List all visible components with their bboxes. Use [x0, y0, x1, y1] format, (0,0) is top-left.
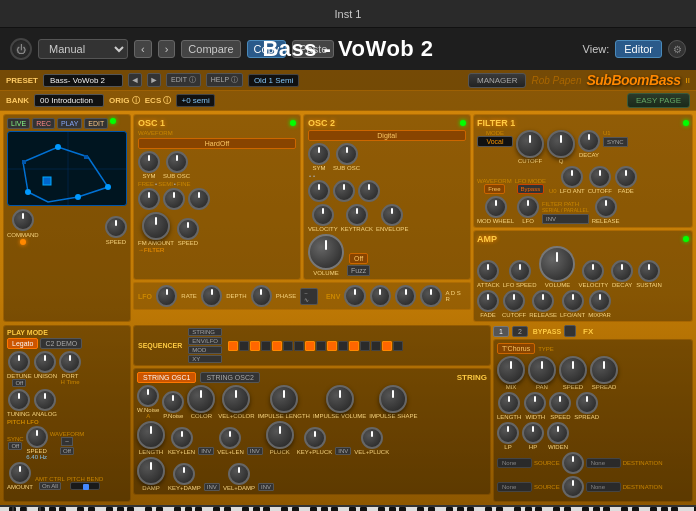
fx-tchorus-btn[interactable]: T'Chorus — [497, 343, 535, 354]
osc2-free-knob[interactable] — [308, 180, 330, 202]
filter-q-knob[interactable] — [547, 130, 575, 158]
str-length-knob[interactable] — [137, 421, 165, 449]
impulse-shape-knob[interactable] — [379, 385, 407, 413]
prev-button[interactable]: ‹ — [134, 40, 152, 58]
inv4-btn[interactable]: INV — [204, 483, 220, 491]
seq-xy-btn[interactable]: XY — [188, 355, 222, 363]
inv5-btn[interactable]: INV — [258, 483, 274, 491]
rec-tab[interactable]: REC — [32, 118, 55, 129]
amp-mixpar-knob[interactable] — [589, 290, 611, 312]
manual-dropdown[interactable]: Manual — [38, 39, 128, 59]
fx-tab-1[interactable]: 1 — [493, 326, 509, 337]
osc2-vol-knob[interactable] — [308, 234, 344, 270]
lfo-phase-knob[interactable] — [251, 285, 272, 307]
lfo-depth-knob[interactable] — [201, 285, 222, 307]
fx-amount1-knob[interactable] — [562, 452, 584, 474]
string-osc1-tab[interactable]: STRING OSC1 — [137, 372, 196, 383]
step-8[interactable] — [305, 341, 315, 351]
command-knob[interactable] — [12, 209, 34, 231]
filter-release-knob[interactable] — [595, 196, 617, 218]
step-5[interactable] — [272, 341, 282, 351]
step-16[interactable] — [393, 341, 403, 351]
env-release-knob[interactable] — [420, 285, 441, 307]
xy-pad[interactable] — [7, 131, 127, 206]
port-knob[interactable] — [59, 351, 81, 373]
onall-btn[interactable]: On All — [39, 482, 61, 490]
fx-source2[interactable]: None — [497, 482, 532, 492]
filter-wave-btn[interactable]: Free — [484, 184, 504, 194]
key-pluck-knob[interactable] — [304, 427, 326, 449]
help-button[interactable]: HELP ⓘ — [206, 73, 243, 87]
off-btn[interactable]: Off — [12, 379, 26, 387]
amp-release-knob[interactable] — [532, 290, 554, 312]
osc1-waveform-value[interactable]: HardOff — [138, 138, 296, 149]
osc2-vel-knob[interactable] — [312, 204, 334, 226]
env-sustain-knob[interactable] — [395, 285, 416, 307]
preset-prev-button[interactable]: ◄ — [128, 73, 142, 87]
fx-spread2-knob[interactable] — [576, 392, 598, 414]
key-len-knob[interactable] — [171, 427, 193, 449]
amount-knob[interactable] — [9, 462, 31, 484]
inv2-btn[interactable]: INV — [247, 447, 263, 455]
fx-dest2[interactable]: None — [586, 482, 621, 492]
step-1[interactable] — [228, 341, 238, 351]
pitchbend-slider[interactable] — [70, 482, 100, 490]
next-button[interactable]: › — [158, 40, 176, 58]
wn-noise-knob[interactable] — [137, 385, 159, 407]
filter-lfoant-knob[interactable] — [561, 166, 583, 188]
vel-pluck-knob[interactable] — [361, 427, 383, 449]
pitchbend-thumb[interactable] — [83, 484, 89, 490]
step-4[interactable] — [261, 341, 271, 351]
osc1-filter-label[interactable]: →FILTER — [138, 247, 296, 253]
fx-speed-knob[interactable] — [559, 356, 587, 384]
bypass-checkbox[interactable] — [564, 325, 576, 337]
filter-fade-knob[interactable] — [615, 166, 637, 188]
fx-lp-knob[interactable] — [497, 422, 519, 444]
fx-length-knob[interactable] — [498, 392, 520, 414]
power-button[interactable]: ⏻ — [10, 38, 32, 60]
inv1-btn[interactable]: INV — [198, 447, 214, 455]
step-11[interactable] — [338, 341, 348, 351]
settings-icon[interactable]: ⚙ — [668, 40, 686, 58]
compare-button[interactable]: Compare — [181, 40, 240, 58]
plfo-sync-btn[interactable]: Off — [8, 442, 22, 450]
amp-vol-knob[interactable] — [539, 246, 575, 282]
key-damp-knob[interactable] — [173, 463, 195, 485]
filter-cutoff2-knob[interactable] — [589, 166, 611, 188]
piano-keyboard[interactable] — [0, 505, 696, 511]
seq-envlfo-btn[interactable]: ENV/LFO — [188, 337, 222, 345]
osc1-sym-knob[interactable] — [138, 151, 160, 173]
fx-width-knob[interactable] — [524, 392, 546, 414]
step-9[interactable] — [316, 341, 326, 351]
fx-pan-knob[interactable] — [528, 356, 556, 384]
step-14[interactable] — [371, 341, 381, 351]
detune-knob[interactable] — [8, 351, 30, 373]
analog-knob[interactable] — [34, 389, 56, 411]
osc2-phase-btn[interactable]: Off — [349, 253, 368, 264]
fx-speed2-knob[interactable] — [549, 392, 571, 414]
lfo-waveform-btn[interactable]: ~ ∿ — [300, 288, 318, 305]
speed-knob-xy[interactable] — [105, 216, 127, 238]
vel-damp-knob[interactable] — [228, 463, 250, 485]
filter-modwheel-knob[interactable] — [485, 196, 507, 218]
step-2[interactable] — [239, 341, 249, 351]
inv3-btn[interactable]: INV — [335, 447, 351, 455]
velcolor-knob[interactable] — [222, 385, 250, 413]
step-15[interactable] — [382, 341, 392, 351]
impulse-len-knob[interactable] — [270, 385, 298, 413]
edit-button[interactable]: EDIT ⓘ — [166, 73, 201, 87]
plfo-wave-btn[interactable]: ~ — [61, 437, 73, 446]
edit-tab[interactable]: EDIT — [84, 118, 108, 129]
osc2-fine-knob[interactable] — [358, 180, 380, 202]
amp-decay-knob[interactable] — [611, 260, 633, 282]
amp-lfospeed-knob[interactable] — [509, 260, 531, 282]
pluck-knob[interactable] — [266, 421, 294, 449]
filter-decay-knob[interactable] — [578, 130, 600, 152]
osc2-subosc-knob[interactable] — [336, 143, 358, 165]
osc2-key-knob[interactable] — [346, 204, 368, 226]
fx-source1[interactable]: None — [497, 458, 532, 468]
filter-cutoff-knob[interactable] — [516, 130, 544, 158]
step-10[interactable] — [327, 341, 337, 351]
filter-lfo2-knob[interactable] — [517, 196, 539, 218]
osc1-free-knob[interactable] — [138, 188, 160, 210]
